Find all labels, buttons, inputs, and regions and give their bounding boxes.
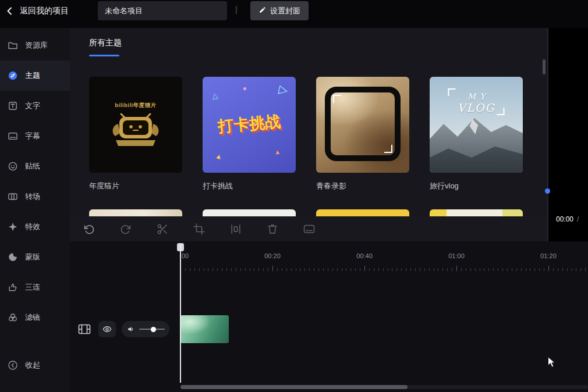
split-icon[interactable] [229, 222, 243, 236]
theme-card-checkin-challenge[interactable]: ▷ △ ▲ ▲ 打卡挑战 打卡挑战 [203, 77, 296, 191]
sidebar-list: 资源库 主题 文字 字幕 贴纸 转场 [0, 28, 70, 333]
timeline: 00 00:20 00:40 01:00 01:20 [70, 241, 588, 392]
track-visibility-button[interactable] [98, 321, 116, 337]
track-controls [70, 321, 169, 337]
vlog-line1: MY [457, 92, 495, 101]
theme-thumbnail [316, 77, 409, 173]
theme-thumbnail: ▷ △ ▲ ▲ 打卡挑战 [203, 77, 296, 173]
text-icon [8, 101, 18, 111]
triangle-decoration: △ [211, 91, 219, 100]
sidebar-item-label: 滤镜 [25, 312, 40, 323]
thumbnail-art-text: bilibili年度猫片 [115, 102, 156, 109]
theme-card-title: 年度猫片 [89, 181, 182, 191]
tab-all-themes[interactable]: 所有主题 [89, 38, 122, 48]
crop-icon[interactable] [192, 222, 206, 236]
themes-panel: 所有主题 bilibili年度猫片 [70, 28, 547, 216]
sidebar-item-sticker[interactable]: 贴纸 [0, 151, 70, 181]
horizontal-scrollbar-thumb[interactable] [180, 385, 408, 389]
vlog-line2: VLOG [457, 101, 495, 114]
sidebar-item-label: 资源库 [25, 40, 48, 51]
theme-card-youth-recording[interactable]: 青春录影 [316, 77, 409, 191]
sidebar-item-effects[interactable]: 特效 [0, 212, 70, 242]
ruler-label: 00:20 [264, 252, 281, 259]
delete-trash-icon[interactable] [265, 222, 279, 236]
filter-circles-icon [8, 312, 18, 323]
playhead-line [180, 244, 181, 383]
sidebar-item-resource-library[interactable]: 资源库 [0, 30, 70, 60]
redo-icon[interactable] [119, 222, 133, 236]
sparkle-icon [8, 222, 18, 232]
top-bar: 返回我的项目 未命名项目 | 设置封面 [0, 0, 588, 28]
sidebar-item-label: 主题 [25, 70, 40, 81]
thumbnail-art-text: MY VLOG [457, 92, 495, 114]
theme-card-partial[interactable] [203, 209, 296, 216]
thumbs-up-icon [8, 282, 18, 293]
speaker-icon [127, 325, 135, 333]
sidebar-item-label: 特效 [25, 222, 40, 232]
timeline-toolbar [70, 216, 547, 241]
theme-card-annual-cat[interactable]: bilibili年度猫片 年度猫片 [89, 77, 182, 191]
set-cover-button[interactable]: 设置封面 [250, 1, 309, 20]
theme-icon [8, 70, 18, 81]
theme-card-title: 打卡挑战 [203, 181, 296, 191]
ruler-major-ticks [180, 266, 588, 271]
video-editor-app: 返回我的项目 未命名项目 | 设置封面 资源库 主题 文字 [0, 0, 588, 392]
thumbnail-art-text: 打卡挑战 [217, 111, 282, 137]
collapse-label: 收起 [25, 360, 40, 370]
video-clip[interactable] [180, 315, 229, 343]
transition-icon [8, 191, 18, 202]
tab-active-underline [89, 55, 119, 56]
play-triangle-icon: ▷ [278, 83, 289, 97]
timeline-ruler[interactable]: 00 00:20 00:40 01:00 01:20 [70, 241, 588, 273]
undo-icon[interactable] [82, 222, 96, 236]
sidebar-item-label: 蒙版 [25, 252, 40, 262]
sidebar-item-subtitle[interactable]: 字幕 [0, 121, 70, 151]
sidebar-item-transition[interactable]: 转场 [0, 181, 70, 212]
track-volume-control[interactable] [122, 321, 169, 337]
ruler-label: 00:40 [356, 252, 373, 259]
triangle-decoration: ▲ [214, 152, 223, 161]
vertical-scrollbar-thumb[interactable] [543, 59, 546, 74]
sidebar-item-triple[interactable]: 三连 [0, 272, 70, 302]
theme-card-partial[interactable] [89, 209, 182, 216]
ruler-label: 01:00 [448, 252, 465, 259]
theme-card-travel-vlog[interactable]: MY VLOG 旅行vlog [430, 77, 523, 191]
sidebar-item-filter[interactable]: 滤镜 [0, 302, 70, 333]
back-label: 返回我的项目 [20, 6, 69, 16]
folder-icon [8, 40, 18, 51]
theme-card-grid: bilibili年度猫片 年度猫片 [89, 77, 523, 191]
sidebar: 资源库 主题 文字 字幕 贴纸 转场 [0, 28, 70, 392]
collapse-sidebar-button[interactable]: 收起 [0, 355, 70, 376]
sidebar-item-text[interactable]: 文字 [0, 91, 70, 121]
cut-scissors-icon[interactable] [155, 222, 169, 236]
sidebar-item-label: 贴纸 [25, 161, 40, 172]
dot-decoration [243, 87, 246, 90]
sidebar-item-label: 字幕 [25, 131, 40, 141]
panel-splitter-handle[interactable] [545, 188, 550, 194]
sidebar-item-mask[interactable]: 蒙版 [0, 242, 70, 272]
volume-slider-handle[interactable] [151, 327, 156, 332]
pencil-icon [258, 6, 267, 16]
theme-thumbnail: bilibili年度猫片 [89, 77, 182, 173]
theme-card-title: 旅行vlog [430, 181, 523, 191]
preview-panel: 00:00/ [547, 28, 588, 241]
horizontal-scrollbar[interactable] [180, 385, 588, 389]
themes-tabbar: 所有主题 [70, 28, 547, 58]
sidebar-item-label: 三连 [25, 282, 40, 293]
eye-icon [102, 325, 112, 334]
playback-time: 00:00/ [548, 215, 588, 223]
set-cover-label: 设置封面 [270, 6, 300, 16]
project-name-input[interactable]: 未命名项目 [98, 1, 227, 20]
theme-card-partial[interactable] [430, 209, 523, 216]
current-time: 00:00 [556, 215, 573, 223]
sidebar-item-label: 文字 [25, 101, 40, 111]
sidebar-item-theme[interactable]: 主题 [0, 60, 70, 91]
theme-card-partial[interactable] [316, 209, 409, 216]
playhead[interactable] [177, 243, 184, 383]
track-type-film-icon[interactable] [77, 322, 91, 336]
viewfinder-frame [325, 87, 401, 161]
subtitle-icon[interactable] [302, 222, 316, 236]
chevron-left-icon [5, 6, 15, 16]
back-to-projects-button[interactable]: 返回我的项目 [5, 5, 69, 17]
captions-icon [8, 131, 18, 141]
